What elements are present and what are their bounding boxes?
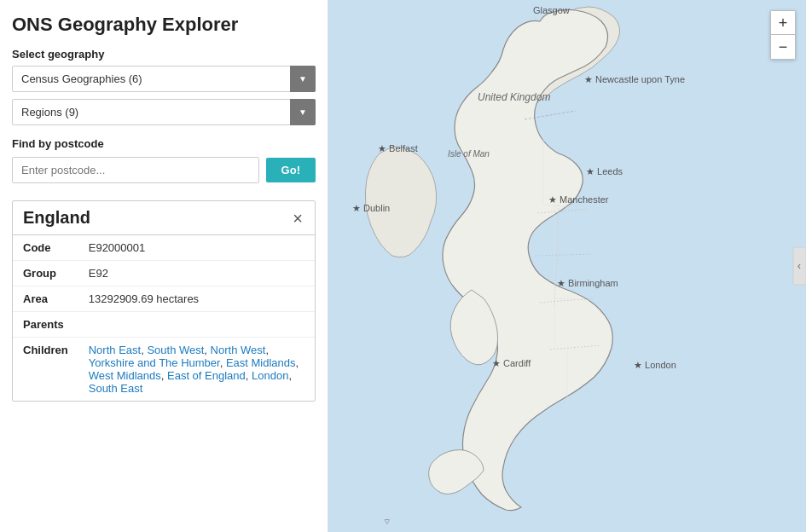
group-value: E92 bbox=[78, 261, 315, 286]
info-card-header: England × bbox=[13, 201, 315, 235]
geography-type-dropdown-wrapper: Census Geographies (6) bbox=[12, 66, 316, 92]
info-table: Code E92000001 Group E92 Area 13292909.6… bbox=[13, 235, 315, 401]
parents-value bbox=[78, 312, 315, 338]
child-link-3[interactable]: Yorkshire and The Humber bbox=[89, 356, 220, 369]
geography-subtype-dropdown[interactable]: Regions (9) bbox=[12, 99, 316, 125]
child-link-1[interactable]: South West bbox=[147, 344, 204, 356]
table-row-area: Area 13292909.69 hectares bbox=[13, 286, 315, 312]
united-kingdom-label: United Kingdom bbox=[478, 91, 550, 103]
cardiff-label: ★ Cardiff bbox=[492, 358, 531, 368]
postcode-input[interactable] bbox=[12, 157, 259, 183]
code-label: Code bbox=[13, 235, 78, 261]
table-row-children: Children North East, South West, North W… bbox=[13, 338, 315, 402]
geography-type-dropdown[interactable]: Census Geographies (6) bbox=[12, 66, 316, 92]
table-row-group: Group E92 bbox=[13, 261, 315, 286]
info-card-title: England bbox=[23, 208, 90, 228]
geography-subtype-dropdown-wrapper: Regions (9) bbox=[12, 99, 316, 125]
group-label: Group bbox=[13, 261, 78, 286]
info-card: England × Code E92000001 Group E92 Area … bbox=[12, 200, 316, 402]
london-label: ★ London bbox=[634, 360, 676, 370]
parents-label: Parents bbox=[13, 312, 78, 338]
dublin-label: ★ Dublin bbox=[352, 203, 390, 213]
svg-text:‹: ‹ bbox=[797, 260, 801, 272]
info-card-close-button[interactable]: × bbox=[291, 210, 304, 227]
isle-of-man-label: Isle of Man bbox=[448, 149, 490, 159]
belfast-label: ★ Belfast bbox=[378, 143, 418, 153]
child-link-5[interactable]: West Midlands bbox=[89, 369, 161, 382]
app-title: ONS Geography Explorer bbox=[12, 14, 316, 36]
postcode-label: Find by postcode bbox=[12, 137, 316, 150]
area-label: Area bbox=[13, 286, 78, 312]
select-geography-label: Select geography bbox=[12, 48, 316, 61]
child-link-4[interactable]: East Midlands bbox=[226, 356, 296, 369]
zoom-in-button[interactable]: + bbox=[771, 11, 795, 35]
child-link-0[interactable]: North East bbox=[89, 344, 141, 356]
child-link-7[interactable]: London bbox=[252, 369, 288, 382]
birmingham-label: ★ Birmingham bbox=[557, 278, 618, 288]
map-zoom-controls: + − bbox=[770, 10, 796, 60]
postcode-row: Go! bbox=[12, 157, 316, 183]
zoom-out-button[interactable]: − bbox=[771, 35, 795, 59]
child-link-6[interactable]: East of England bbox=[167, 369, 246, 382]
newcastle-label: ★ Newcastle upon Tyne bbox=[584, 74, 685, 84]
area-value: 13292909.69 hectares bbox=[78, 286, 315, 312]
child-link-8[interactable]: South East bbox=[89, 382, 143, 395]
table-row-parents: Parents bbox=[13, 312, 315, 338]
code-value: E92000001 bbox=[78, 235, 315, 261]
map-svg: Glasgow ★ Belfast Isle of Man United Kin… bbox=[328, 0, 806, 532]
table-row-code: Code E92000001 bbox=[13, 235, 315, 261]
small-text: 🜄 bbox=[383, 517, 391, 526]
children-label: Children bbox=[13, 338, 78, 402]
manchester-label: ★ Manchester bbox=[548, 194, 609, 205]
go-button[interactable]: Go! bbox=[266, 158, 316, 182]
child-link-2[interactable]: North West bbox=[211, 344, 266, 356]
children-links: North East, South West, North West, York… bbox=[78, 338, 315, 402]
map-panel: + − Glasgow ★ Belfast Is bbox=[328, 0, 806, 532]
leeds-label: ★ Leeds bbox=[586, 166, 623, 176]
left-panel: ONS Geography Explorer Select geography … bbox=[0, 0, 328, 532]
glasgow-label: Glasgow bbox=[533, 5, 570, 15]
